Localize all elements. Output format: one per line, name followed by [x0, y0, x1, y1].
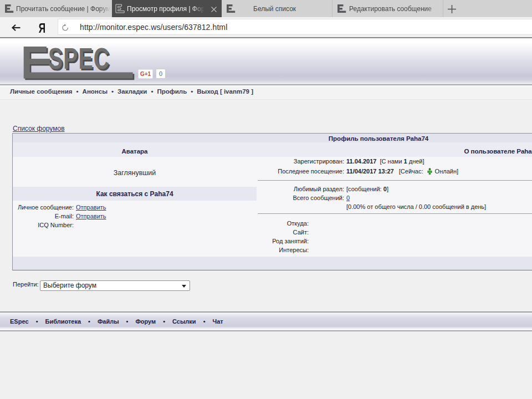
svg-text:SPEC: SPEC [48, 43, 110, 75]
